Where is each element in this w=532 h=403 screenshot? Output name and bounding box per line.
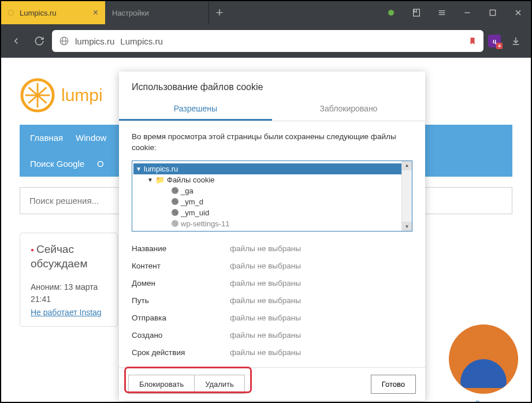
scroll-down-icon[interactable]: ▼ (402, 222, 412, 231)
logo-text: lumpi (61, 85, 103, 105)
folder-icon: 📁 (155, 176, 165, 184)
chevron-down-icon[interactable]: ▼ (136, 166, 142, 172)
close-window-button[interactable] (505, 1, 531, 24)
detail-value-domain: файлы не выбраны (230, 279, 412, 288)
discuss-link[interactable]: Не работает Instag (31, 308, 107, 317)
block-button[interactable]: Блокировать (128, 375, 195, 394)
cookie-details: Название файлы не выбраны Контент файлы … (132, 244, 412, 357)
url-title: Lumpics.ru (120, 36, 162, 46)
tree-cookie-item[interactable]: _ym_uid (136, 207, 408, 218)
svg-rect-5 (490, 10, 495, 15)
detail-value-expires: файлы не выбраны (230, 348, 412, 357)
tree-root[interactable]: ▼ lumpics.ru (133, 163, 408, 174)
cookie-icon (172, 220, 178, 227)
globe-icon (59, 36, 69, 46)
url-input[interactable]: lumpics.ru Lumpics.ru (52, 30, 483, 52)
minimize-button[interactable] (455, 1, 480, 24)
reload-button[interactable] (29, 31, 50, 51)
detail-label-path: Путь (132, 296, 230, 305)
tree-cookie-item[interactable]: _ym_d (136, 196, 408, 207)
discuss-meta: Аноним: 13 марта 21:41 (31, 281, 107, 305)
cookie-tree[interactable]: ▼ lumpics.ru ▼ 📁 Файлы cookie _ga _ym_d (132, 161, 412, 232)
addressbar: lumpics.ru Lumpics.ru ц 4 (1, 24, 531, 58)
yandex-disk-widget[interactable]: ндекс.Диск (449, 324, 532, 403)
bookmark-icon[interactable] (468, 36, 477, 46)
tab-allowed[interactable]: Разрешены (119, 98, 272, 121)
tree-cookie-item[interactable]: wp-settings-11 (136, 218, 408, 229)
dialog-title: Использование файлов cookie (119, 72, 425, 98)
dialog-tabs: Разрешены Заблокировано (119, 98, 425, 121)
downloads-button[interactable] (505, 31, 526, 51)
detail-value-send: файлы не выбраны (230, 314, 412, 322)
delete-button[interactable]: Удалить (195, 375, 245, 394)
cookie-icon (172, 198, 178, 205)
close-tab-icon[interactable]: × (93, 8, 98, 18)
orange-logo-icon (20, 77, 55, 113)
tab-blocked[interactable]: Заблокировано (272, 98, 425, 121)
cookie-icon (172, 209, 178, 216)
nav-home[interactable]: Главная (30, 133, 63, 143)
dialog-footer: Блокировать Удалить Готово (119, 367, 425, 401)
chevron-down-icon[interactable]: ▼ (147, 177, 153, 183)
status-indicator-icon[interactable] (378, 1, 404, 24)
done-button[interactable]: Готово (371, 375, 416, 394)
detail-label-domain: Домен (132, 279, 230, 288)
tab-settings[interactable]: Настройки (105, 1, 209, 24)
cookies-dialog: Использование файлов cookie Разрешены За… (119, 72, 425, 401)
nav-google-search[interactable]: Поиск Google (30, 159, 84, 169)
detail-value-content: файлы не выбраны (230, 262, 412, 270)
tab-lumpics[interactable]: Lumpics.ru × (1, 1, 105, 24)
new-tab-button[interactable]: + (209, 1, 230, 24)
detail-label-expires: Срок действия (132, 348, 230, 357)
detail-label-created: Создано (132, 331, 230, 339)
discuss-title: ●Сейчас обсуждаем (31, 242, 107, 271)
back-button[interactable] (6, 31, 27, 51)
url-domain: lumpics.ru (75, 36, 114, 46)
discuss-widget: ●Сейчас обсуждаем Аноним: 13 марта 21:41… (20, 233, 118, 327)
favicon-icon (8, 10, 14, 16)
tab-title: Lumpics.ru (20, 9, 57, 17)
nav-windows[interactable]: Window (76, 133, 106, 143)
tree-folder[interactable]: ▼ 📁 Файлы cookie (136, 174, 408, 185)
bookmark-bar-icon[interactable] (404, 1, 429, 24)
detail-label-content: Контент (132, 262, 230, 270)
menu-icon[interactable] (429, 1, 455, 24)
nav-about[interactable]: О (97, 159, 104, 169)
nav-services[interactable]: и сервисы (471, 195, 512, 205)
scroll-up-icon[interactable]: ▲ (402, 161, 412, 170)
detail-value-path: файлы не выбраны (230, 296, 412, 305)
titlebar: Lumpics.ru × Настройки + (1, 1, 531, 24)
tab-title: Настройки (112, 9, 149, 17)
dialog-description: Во время просмотра этой страницы были со… (132, 132, 412, 154)
scrollbar[interactable]: ▲ ▼ (401, 161, 412, 231)
detail-label-name: Название (132, 244, 230, 253)
detail-value-name: файлы не выбраны (230, 244, 412, 253)
tree-cookie-item[interactable]: _ga (136, 185, 408, 196)
extension-badge[interactable]: ц 4 (488, 35, 501, 47)
cookie-icon (172, 187, 178, 194)
extension-count: 4 (496, 43, 503, 49)
detail-value-created: файлы не выбраны (230, 331, 412, 339)
detail-label-send: Отправка (132, 314, 230, 322)
maximize-button[interactable] (480, 1, 505, 24)
